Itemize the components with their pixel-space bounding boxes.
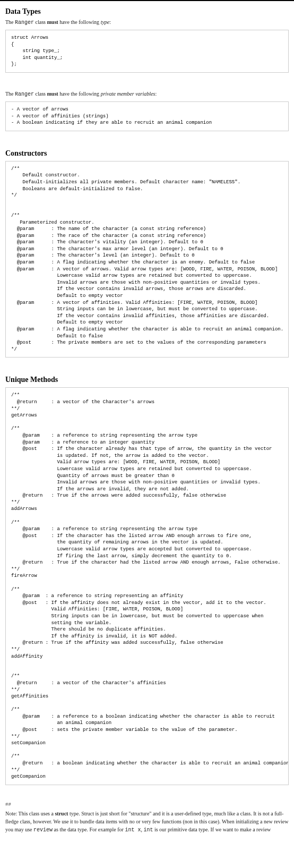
- class-name: Ranger: [15, 91, 34, 97]
- methods-heading: Unique Methods: [5, 376, 289, 384]
- data-types-section: Data Types The Ranger class must have th…: [0, 1, 294, 797]
- methods-code: /** @return : a vector of the Character'…: [5, 387, 289, 785]
- data-types-heading: Data Types: [5, 7, 289, 16]
- vars-intro: The Ranger class must have the following…: [5, 91, 289, 97]
- class-name: Ranger: [15, 20, 34, 25]
- constructors-heading: Constructors: [5, 149, 289, 158]
- private-vars-code: - A vector of arrows - A vector of affin…: [5, 101, 289, 131]
- constructors-code: /** Default constructor. Default-initial…: [5, 161, 289, 358]
- struct-code: struct Arrows { string type_; int quanti…: [5, 30, 289, 73]
- note-separator: ##: [5, 802, 294, 807]
- struct-note: Note: This class uses a struct type. Str…: [5, 810, 289, 834]
- type-intro: The Ranger class must have the following…: [5, 19, 289, 25]
